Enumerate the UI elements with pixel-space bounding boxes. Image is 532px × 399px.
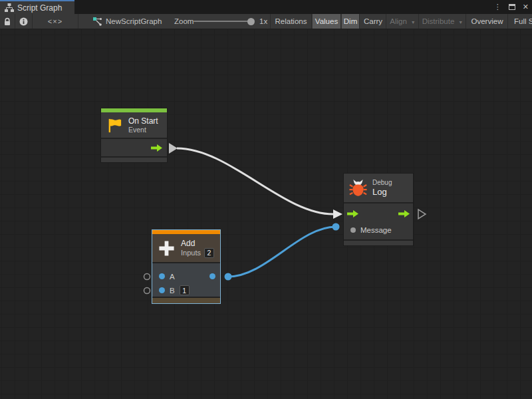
node-title: On Start: [128, 116, 158, 126]
graph-asset[interactable]: NewScriptGraph: [92, 14, 162, 29]
exec-port-row: [344, 205, 413, 222]
info-icon: [19, 17, 28, 26]
overview-button[interactable]: Overview: [467, 14, 508, 29]
script-graph-asset-icon: [92, 17, 102, 26]
fullscreen-button[interactable]: Full S: [509, 14, 532, 29]
node-footer: [101, 156, 167, 162]
value-in-connector[interactable]: [144, 274, 150, 280]
value-in-connector[interactable]: [144, 288, 150, 294]
node-footer: [344, 239, 413, 245]
message-port-row: Message: [344, 222, 413, 238]
node-subtitle: Event: [128, 126, 158, 134]
code-view-button[interactable]: <×>: [33, 14, 78, 29]
exec-wire[interactable]: [177, 148, 333, 214]
carry-button[interactable]: Carry: [360, 14, 386, 29]
value-wire[interactable]: [228, 227, 336, 277]
graph-hierarchy-icon: [5, 3, 14, 12]
node-on-start[interactable]: On Start Event: [100, 108, 168, 163]
exec-output-port-icon[interactable]: [398, 210, 410, 217]
align-button[interactable]: Align ▼: [387, 14, 419, 29]
node-footer: [152, 297, 220, 303]
port-b-label: B: [170, 287, 175, 295]
exec-out-connector[interactable]: [418, 209, 426, 219]
exec-wire-arrowhead: [333, 209, 342, 219]
port-a-label: A: [170, 273, 175, 281]
node-debug-log[interactable]: Debug Log Message: [343, 173, 414, 246]
graph-name: NewScriptGraph: [106, 17, 162, 25]
inspect-button[interactable]: [15, 14, 33, 29]
lock-icon: [3, 17, 11, 26]
message-port-label: Message: [360, 226, 392, 234]
relations-button[interactable]: Relations: [270, 14, 312, 29]
value-wire-start-dot[interactable]: [225, 273, 232, 281]
graph-toolbar: <×> NewScriptGraph Zoom 1x Relations Val…: [0, 14, 532, 29]
value-wire-end-dot[interactable]: [332, 223, 340, 231]
dim-button[interactable]: Dim: [342, 14, 360, 29]
node-title: Log: [372, 187, 392, 198]
node-ports: Message: [344, 202, 413, 239]
window-controls: ⋮ ✕: [494, 0, 529, 14]
node-header: Debug Log: [344, 174, 413, 202]
node-ports: [101, 138, 167, 156]
menu-icon[interactable]: ⋮: [494, 3, 501, 11]
node-header: On Start Event: [101, 112, 167, 138]
node-header: Add Inputs 2: [152, 234, 220, 262]
node-ports: A B 1: [152, 262, 220, 297]
tab-bar: Script Graph ⋮ ✕: [0, 0, 532, 14]
zoom-value: 1x: [259, 14, 267, 29]
tab-script-graph[interactable]: Script Graph: [0, 0, 74, 14]
values-button[interactable]: Values: [313, 14, 341, 29]
dropdown-arrow-icon: ▼: [458, 20, 463, 25]
exec-output-port-icon[interactable]: [151, 144, 162, 152]
close-icon[interactable]: ✕: [523, 3, 529, 11]
bug-icon: [349, 178, 367, 198]
input-port-a-icon[interactable]: [159, 273, 165, 279]
code-icon: <×>: [48, 17, 63, 25]
port-row-a: A: [152, 269, 220, 283]
exec-input-port-icon[interactable]: [347, 210, 358, 217]
node-kicker: Debug: [372, 179, 392, 187]
dropdown-arrow-icon: ▼: [411, 20, 416, 25]
exec-out-connector[interactable]: [169, 143, 178, 154]
flag-icon: [106, 117, 123, 134]
message-port-icon[interactable]: [350, 227, 356, 233]
node-title: Add: [181, 239, 214, 248]
output-port-icon[interactable]: [209, 273, 215, 279]
inputs-count-field[interactable]: 2: [204, 248, 214, 258]
plus-icon: [158, 239, 176, 257]
zoom-slider-thumb[interactable]: [247, 18, 255, 25]
port-row-b: B 1: [152, 283, 220, 297]
zoom-slider[interactable]: [194, 21, 252, 22]
graph-canvas[interactable]: On Start Event Debug Log: [0, 29, 532, 399]
input-port-b-icon[interactable]: [159, 287, 165, 293]
tab-title: Script Graph: [17, 3, 62, 13]
inputs-label: Inputs: [181, 249, 201, 257]
port-b-value-field[interactable]: 1: [180, 285, 190, 295]
lock-button[interactable]: [0, 14, 15, 29]
node-add[interactable]: Add Inputs 2 A B 1: [152, 229, 221, 304]
maximize-icon[interactable]: [509, 4, 515, 10]
distribute-button[interactable]: Distribute ▼: [420, 14, 466, 29]
zoom-label: Zoom: [174, 14, 194, 29]
wire-layer: [0, 29, 532, 399]
